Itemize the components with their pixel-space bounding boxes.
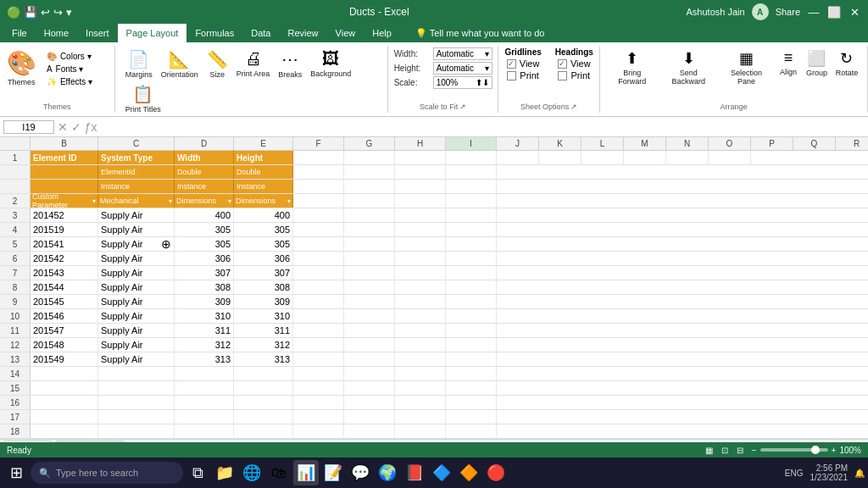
cell-5h[interactable] <box>395 237 446 251</box>
cell-8b[interactable]: 201544 <box>31 280 98 294</box>
cell-13c[interactable]: Supply Air <box>98 352 175 366</box>
filter-c[interactable]: Mechanical ▾ <box>98 194 175 208</box>
cell-4d[interactable]: 305 <box>175 223 234 236</box>
print-headings-checkbox[interactable] <box>558 71 567 80</box>
col-header-g[interactable]: G <box>344 137 395 150</box>
col-header-p[interactable]: P <box>751 137 793 150</box>
cell-11h[interactable] <box>395 324 446 337</box>
cell-sub1i[interactable] <box>446 165 497 179</box>
scale-expand-icon[interactable]: ↗ <box>459 103 466 111</box>
cell-1h[interactable] <box>395 151 446 164</box>
undo-icon[interactable]: ↩ <box>41 6 50 19</box>
taskbar-store-icon[interactable]: 🛍 <box>266 460 292 485</box>
cell-1l[interactable] <box>581 151 624 164</box>
cell-11d[interactable]: 311 <box>175 324 234 337</box>
taskbar-word-icon[interactable]: 📝 <box>320 460 346 485</box>
cell-7i[interactable] <box>446 266 497 280</box>
minimize-button[interactable]: — <box>807 5 821 19</box>
customize-qa-icon[interactable]: ▾ <box>66 6 72 19</box>
col-header-j[interactable]: J <box>497 137 539 150</box>
cell-6d[interactable]: 306 <box>175 252 234 265</box>
cell-sub1g[interactable] <box>344 165 395 179</box>
cell-13b[interactable]: 201549 <box>31 352 98 366</box>
cell-4c[interactable]: Supply Air <box>98 223 175 236</box>
breaks-button[interactable]: ⋯ Breaks <box>275 47 305 80</box>
cell-11f[interactable] <box>293 324 344 337</box>
filter-e[interactable]: Dimensions ▾ <box>234 194 293 208</box>
restore-button[interactable]: ⬜ <box>827 5 841 19</box>
cell-10f[interactable] <box>293 309 344 323</box>
taskbar-teams-icon[interactable]: 💬 <box>348 460 373 485</box>
cell-6c[interactable]: Supply Air <box>98 252 175 265</box>
orientation-button[interactable]: 📐 Orientation <box>158 47 202 80</box>
tab-view[interactable]: View <box>327 24 364 42</box>
col-header-b[interactable]: B <box>31 137 98 150</box>
cell-3d[interactable]: 400 <box>175 208 234 222</box>
cell-5b[interactable]: 201541 <box>31 237 98 251</box>
cell-6h[interactable] <box>395 252 446 265</box>
bring-forward-button[interactable]: ⬆ Bring Forward <box>607 47 657 87</box>
status-view-normal[interactable]: ▦ <box>705 446 713 455</box>
send-backward-button[interactable]: ⬇ Send Backward <box>661 47 716 87</box>
cell-7d[interactable]: 307 <box>175 266 234 280</box>
selection-pane-button[interactable]: ▦ Selection Pane <box>720 47 773 87</box>
cell-3h[interactable] <box>395 208 446 222</box>
view-headings-check[interactable]: View <box>558 58 591 69</box>
save-icon[interactable]: 💾 <box>24 6 37 19</box>
cell-10c[interactable]: Supply Air <box>98 309 175 323</box>
print-gridlines-checkbox[interactable] <box>507 71 516 80</box>
cell-7c[interactable]: Supply Air <box>98 266 175 280</box>
filter-e-arrow[interactable]: ▾ <box>287 197 291 205</box>
cell-9b[interactable]: 201545 <box>31 295 98 308</box>
cell-1j[interactable] <box>497 151 539 164</box>
col-header-i[interactable]: I <box>446 137 497 150</box>
size-button[interactable]: 📏 Size <box>203 47 231 80</box>
zoom-slider[interactable] <box>760 448 828 452</box>
cell-3g[interactable] <box>344 208 395 222</box>
cell-8c[interactable]: Supply Air <box>98 280 175 294</box>
cell-13f[interactable] <box>293 352 344 366</box>
filter-c-arrow[interactable]: ▾ <box>169 197 172 205</box>
cell-10g[interactable] <box>344 309 395 323</box>
close-button[interactable]: ✕ <box>848 5 861 19</box>
col-header-n[interactable]: N <box>666 137 709 150</box>
cell-2h[interactable] <box>395 194 446 208</box>
cell-11g[interactable] <box>344 324 395 337</box>
cell-1f[interactable] <box>293 151 344 164</box>
share-icon[interactable]: Share <box>776 7 800 17</box>
cell-5i[interactable] <box>446 237 497 251</box>
cell-sub2g[interactable] <box>344 180 395 193</box>
cell-sub2h[interactable] <box>395 180 446 193</box>
cell-9i[interactable] <box>446 295 497 308</box>
cell-1o[interactable] <box>709 151 751 164</box>
cell-9e[interactable]: 309 <box>234 295 293 308</box>
cell-6b[interactable]: 201542 <box>31 252 98 265</box>
formula-input[interactable] <box>101 122 865 132</box>
cell-6f[interactable] <box>293 252 344 265</box>
cell-1i[interactable] <box>446 151 497 164</box>
cell-8h[interactable] <box>395 280 446 294</box>
fonts-button[interactable]: A Fonts ▾ <box>43 64 111 75</box>
effects-button[interactable]: ✨ Effects ▾ <box>43 76 111 87</box>
print-titles-button[interactable]: 📋 Print Titles <box>122 82 164 115</box>
tab-review[interactable]: Review <box>279 24 326 42</box>
cell-4g[interactable] <box>344 223 395 236</box>
cell-12b[interactable]: 201548 <box>31 338 98 352</box>
cell-11b[interactable]: 201547 <box>31 324 98 337</box>
cell-10e[interactable]: 310 <box>234 309 293 323</box>
taskbar-app3-icon[interactable]: 🔴 <box>483 460 509 485</box>
cell-reference-box[interactable] <box>3 120 54 134</box>
taskbar-edge-icon[interactable]: 🌐 <box>239 460 264 485</box>
zoom-in-icon[interactable]: + <box>832 446 837 455</box>
cell-8e[interactable]: 308 <box>234 280 293 294</box>
col-header-l[interactable]: L <box>581 137 624 150</box>
cell-1g[interactable] <box>344 151 395 164</box>
cell-4e[interactable]: 305 <box>234 223 293 236</box>
view-gridlines-check[interactable]: View <box>507 58 540 69</box>
print-headings-check[interactable]: Print <box>558 70 590 80</box>
col-header-d[interactable]: D <box>175 137 234 150</box>
taskview-button[interactable]: ⧉ <box>185 460 210 485</box>
rotate-button[interactable]: ↻ Rotate <box>833 47 860 79</box>
cell-12i[interactable] <box>446 338 497 352</box>
group-button[interactable]: ⬜ Group <box>804 47 830 79</box>
